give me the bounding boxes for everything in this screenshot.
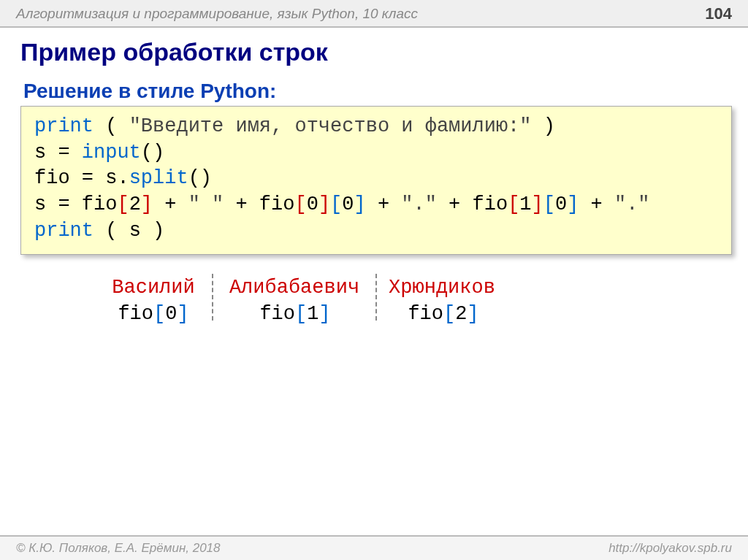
- name-2: Хрюндиков: [377, 275, 507, 302]
- slide-body: Пример обработки строк Решение в стиле P…: [0, 28, 748, 328]
- code-line-1: print ( "Введите имя, отчество и фамилию…: [34, 114, 718, 140]
- split-diagram: ВасилийАлибабаевичХрюндиков fio[0]fio[1]…: [95, 275, 732, 328]
- footer-copyright: © К.Ю. Поляков, Е.А. Ерёмин, 2018: [16, 541, 221, 556]
- name-0: Василий: [95, 275, 212, 302]
- header-title: Алгоритмизация и программирование, язык …: [16, 6, 418, 22]
- code-block: print ( "Введите имя, отчество и фамилию…: [20, 106, 732, 255]
- label-0: fio[0]: [95, 302, 212, 328]
- name-1: Алибабаевич: [213, 275, 375, 302]
- code-line-3: fio = s.split(): [34, 166, 718, 192]
- slide-header: Алгоритмизация и программирование, язык …: [0, 0, 748, 28]
- code-line-4: s = fio[2] + " " + fio[0][0] + "." + fio…: [34, 192, 718, 218]
- slide-footer: © К.Ю. Поляков, Е.А. Ерёмин, 2018 http:/…: [0, 535, 748, 560]
- label-1: fio[1]: [214, 302, 376, 328]
- slide-subtitle: Решение в стиле Python:: [20, 80, 732, 103]
- page-number: 104: [705, 4, 732, 23]
- footer-url: http://kpolyakov.spb.ru: [608, 541, 732, 556]
- code-line-2: s = input(): [34, 140, 718, 166]
- code-line-5: print ( s ): [34, 218, 718, 245]
- slide-title: Пример обработки строк: [20, 38, 732, 66]
- diagram-row-labels: fio[0]fio[1]fio[2]: [95, 302, 732, 328]
- label-2: fio[2]: [378, 302, 508, 328]
